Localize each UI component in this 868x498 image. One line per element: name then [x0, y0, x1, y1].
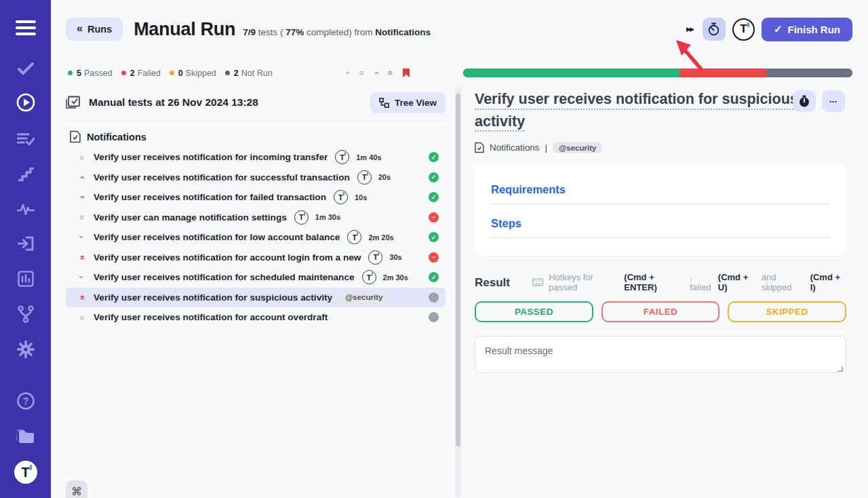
run-checklist-icon — [66, 96, 81, 109]
test-row-selected[interactable]: » Verify user receives notification for … — [66, 288, 446, 308]
sidebar-item-settings[interactable] — [0, 339, 51, 360]
divider — [66, 120, 446, 121]
double-chevron-up-filter-icon[interactable]: » — [385, 71, 394, 75]
sidebar-item-tests[interactable] — [0, 58, 51, 79]
test-row[interactable]: › Verify user receives notification for … — [66, 187, 446, 208]
status-passed-icon: ✓ — [429, 172, 439, 183]
sidebar-item-brand[interactable]: T — [0, 459, 51, 486]
sidebar-item-test-plans[interactable] — [0, 129, 51, 149]
test-row[interactable]: ○ Verify user receives notification for … — [66, 307, 446, 328]
summary-bar: 5Passed 2Failed 0Skipped 2Not Run › ○ › … — [68, 67, 852, 79]
keyboard-icon — [532, 278, 543, 286]
test-row[interactable]: » Verify user receives notification for … — [66, 248, 446, 268]
list-check-icon — [17, 132, 35, 146]
ellipsis-icon: ••• — [829, 98, 837, 104]
stopwatch-icon — [707, 22, 720, 36]
activity-pulse-icon — [17, 204, 35, 216]
double-chevron-up-icon: » — [77, 292, 87, 303]
suite-folder-row[interactable]: Notifications — [70, 130, 446, 143]
sidebar-item-steps[interactable] — [0, 164, 51, 185]
header: « Runs Manual Run 7/9 tests ( 77% comple… — [66, 16, 852, 42]
test-row[interactable]: ○ Verify user receives notification for … — [66, 147, 446, 168]
failed-button[interactable]: FAILED — [601, 301, 720, 322]
chevron-down-filter-icon[interactable]: › — [343, 71, 352, 74]
test-title: Verify user receives notification for ac… — [94, 252, 361, 263]
svg-text:?: ? — [22, 396, 28, 406]
tree-view-button[interactable]: Tree View — [370, 92, 446, 113]
finish-run-button[interactable]: ✓ Finish Run — [762, 18, 852, 41]
steps-section-toggle[interactable]: Steps — [491, 217, 830, 230]
failed-stat: 2Failed — [121, 69, 161, 78]
bookmark-icon[interactable] — [402, 68, 410, 78]
skipped-stat: 0Skipped — [170, 69, 216, 78]
chevron-down-icon: › — [77, 232, 87, 242]
folder-icon — [16, 429, 35, 444]
sidebar-item-runs[interactable] — [0, 92, 51, 113]
priority-filter-icons: › ○ › » — [347, 68, 411, 78]
tree-view-icon — [379, 98, 389, 108]
test-duration: 1m 40s — [356, 153, 381, 161]
chevron-up-icon: › — [77, 172, 87, 183]
stairs-icon — [18, 168, 34, 181]
tree-view-label: Tree View — [395, 98, 437, 108]
back-label: Runs — [87, 24, 112, 35]
check-icon — [18, 62, 34, 75]
chevron-up-filter-icon[interactable]: › — [371, 71, 380, 74]
sidebar: ? T — [0, 0, 51, 498]
test-duration: 10s — [355, 193, 367, 202]
breadcrumb-folder-link[interactable]: Notifications — [490, 142, 540, 153]
passed-dot-icon — [68, 71, 73, 75]
test-row[interactable]: › Verify user receives notification for … — [66, 168, 446, 188]
detail-timer-button[interactable] — [793, 90, 816, 112]
security-tag-badge: @security — [339, 292, 389, 303]
progress-failed — [679, 69, 766, 77]
back-chevrons-icon: « — [77, 22, 83, 35]
breadcrumb-separator: | — [545, 142, 548, 153]
login-arrow-icon — [18, 236, 34, 251]
progress-passed — [463, 69, 679, 77]
divider — [491, 237, 830, 238]
run-progress-bar — [463, 69, 852, 77]
test-row[interactable]: › Verify user receives notification for … — [66, 267, 446, 288]
sidebar-item-pulse[interactable] — [0, 199, 51, 220]
back-to-runs-button[interactable]: « Runs — [66, 18, 123, 41]
sidebar-item-docs[interactable] — [0, 426, 51, 446]
skipped-dot-icon — [170, 71, 174, 75]
test-title: Verify user receives notification for in… — [94, 152, 328, 162]
circle-marker-icon: ○ — [77, 313, 87, 322]
scrollbar-thumb[interactable] — [456, 94, 460, 446]
result-header: Result Hotkeys for passed (Cmd + ENTER) … — [475, 272, 846, 292]
test-row[interactable]: ○ Verify user can manage notification se… — [66, 208, 446, 228]
passed-button[interactable]: PASSED — [475, 301, 593, 322]
result-message-input[interactable] — [475, 336, 846, 373]
test-duration: 1m 30s — [315, 213, 340, 221]
account-logo-button[interactable]: T — [732, 18, 755, 41]
test-row[interactable]: › Verify user receives notification for … — [66, 227, 446, 248]
play-circle-icon — [16, 93, 35, 112]
timer-button[interactable] — [703, 18, 726, 41]
circle-filter-icon[interactable]: ○ — [359, 69, 364, 77]
header-actions: ▶▶ T ✓ Finish Run — [686, 18, 852, 41]
sidebar-item-menu[interactable] — [0, 18, 51, 38]
test-title: Verify user receives notification for su… — [94, 292, 332, 303]
skipped-button[interactable]: SKIPPED — [728, 301, 846, 322]
sidebar-item-branches[interactable] — [0, 304, 51, 324]
command-icon: ⌘ — [71, 486, 82, 497]
more-options-button[interactable]: ••• — [822, 90, 845, 112]
requirements-section-toggle[interactable]: Requirements — [491, 183, 830, 196]
sidebar-item-analytics[interactable] — [0, 269, 51, 289]
test-duration: 2m 30s — [383, 273, 408, 282]
test-duration: 30s — [389, 253, 401, 261]
test-title: Verify user receives notification for lo… — [94, 232, 340, 242]
testomat-logo-icon: T — [334, 190, 348, 204]
sidebar-item-help[interactable]: ? — [0, 391, 51, 411]
hotkeys-command-button[interactable]: ⌘ — [66, 480, 87, 498]
fast-forward-icon[interactable]: ▶▶ — [686, 26, 693, 33]
status-passed-icon: ✓ — [429, 272, 439, 282]
test-list-panel: Manual tests at 26 Nov 2024 13:28 Tree V… — [66, 88, 446, 328]
file-check-icon — [70, 130, 81, 143]
bar-chart-icon — [18, 271, 34, 287]
sidebar-item-import[interactable] — [0, 233, 51, 254]
page-title: Manual Run — [134, 19, 235, 40]
test-detail-title[interactable]: Verify user receives notification for su… — [475, 88, 802, 132]
